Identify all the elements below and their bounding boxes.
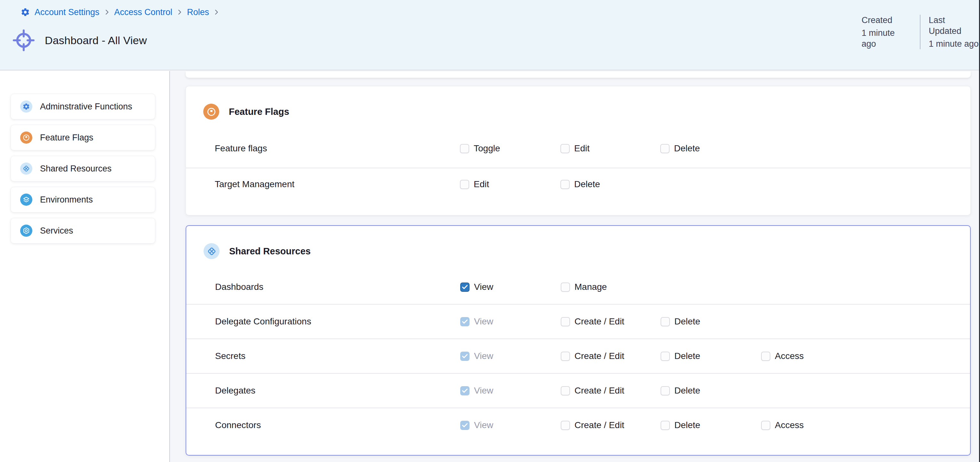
checkbox[interactable]: [660, 144, 670, 153]
checkbox[interactable]: [561, 352, 570, 361]
permission-dashboards-manage[interactable]: Manage: [561, 282, 607, 292]
created-meta: Created 1 minute ago: [862, 15, 921, 49]
breadcrumb-link-account-settings[interactable]: Account Settings: [35, 6, 100, 18]
permission-feature-flags-toggle[interactable]: Toggle: [460, 143, 500, 154]
sidebar-item-label: Feature Flags: [40, 133, 94, 143]
permission-secrets-create-edit[interactable]: Create / Edit: [561, 351, 624, 361]
resource-label: Feature flags: [215, 143, 267, 154]
layers-icon: [20, 194, 32, 206]
checkbox[interactable]: [660, 317, 670, 326]
breadcrumb-link-roles[interactable]: Roles: [187, 6, 209, 18]
created-value: 1 minute ago: [862, 27, 912, 49]
gear-icon: [20, 100, 32, 113]
permission-secrets-delete[interactable]: Delete: [660, 351, 700, 361]
resource-label: Dashboards: [215, 282, 263, 292]
checkbox[interactable]: [460, 180, 469, 189]
permission-delegates-view[interactable]: View: [460, 386, 493, 396]
resource-label: Target Management: [215, 179, 294, 189]
permission-label: Create / Edit: [574, 420, 624, 430]
checkbox[interactable]: [660, 421, 670, 430]
permission-delegate-configurations-view[interactable]: View: [460, 316, 493, 327]
checkbox[interactable]: [660, 386, 670, 395]
permission-feature-flags-edit[interactable]: Edit: [560, 143, 590, 154]
permission-row-delegates: DelegatesViewCreate / EditDelete: [186, 373, 970, 408]
permission-label: Create / Edit: [574, 316, 624, 327]
permission-secrets-view[interactable]: View: [460, 351, 493, 361]
checkbox[interactable]: [561, 421, 570, 430]
sidebar-item-adminstrative-functions[interactable]: Adminstrative Functions: [11, 94, 155, 119]
section-card-feature-flags: Feature FlagsFeature flagsToggleEditDele…: [186, 86, 971, 215]
permission-label: View: [474, 282, 493, 292]
permission-label: Create / Edit: [574, 386, 624, 396]
permission-rows: Feature flagsToggleEditDeleteTarget Mana…: [186, 129, 970, 200]
permission-label: Delete: [674, 143, 700, 154]
page-title: Dashboard - All View: [45, 34, 147, 47]
section-title: Shared Resources: [229, 246, 311, 257]
permission-label: View: [474, 420, 493, 430]
checkbox[interactable]: [561, 283, 570, 292]
permission-label: Delete: [675, 351, 700, 361]
permission-row-target-management: Target ManagementEditDelete: [186, 168, 970, 200]
checkbox-checked[interactable]: [460, 386, 469, 395]
checkbox[interactable]: [660, 352, 670, 361]
permission-label: Delete: [574, 179, 600, 189]
page-header: Account SettingsAccess ControlRoles Dash…: [0, 0, 980, 70]
permission-label: Delete: [675, 420, 700, 430]
checkbox[interactable]: [561, 386, 570, 395]
checkbox-checked[interactable]: [460, 283, 469, 292]
permission-label: Create / Edit: [574, 351, 624, 361]
permission-delegates-delete[interactable]: Delete: [660, 386, 700, 396]
permission-target-management-delete[interactable]: Delete: [560, 179, 600, 189]
permission-row-feature-flags: Feature flagsToggleEditDelete: [186, 129, 970, 168]
checkbox[interactable]: [561, 317, 570, 326]
sidebar-item-shared-resources[interactable]: Shared Resources: [11, 156, 155, 181]
permission-feature-flags-delete[interactable]: Delete: [660, 143, 700, 154]
chevron-right-icon: [103, 9, 110, 16]
permission-connectors-access[interactable]: Access: [761, 420, 803, 430]
sidebar-item-feature-flags[interactable]: Feature Flags: [11, 125, 155, 150]
scrolled-card-partial: [186, 71, 971, 78]
permission-delegate-configurations-delete[interactable]: Delete: [660, 316, 700, 327]
section-header: Feature Flags: [203, 104, 290, 120]
permission-rows: DashboardsViewManageDelegate Configurati…: [186, 270, 970, 442]
last-updated-meta: Last Updated 1 minute ago: [921, 15, 980, 49]
sidebar-item-environments[interactable]: Environments: [11, 187, 155, 213]
permission-label: Toggle: [474, 143, 500, 154]
last-updated-value: 1 minute ago: [929, 38, 980, 49]
permission-target-management-edit[interactable]: Edit: [460, 179, 489, 189]
resource-label: Delegate Configurations: [215, 316, 311, 327]
sidebar-item-label: Adminstrative Functions: [40, 102, 132, 112]
checkbox-checked[interactable]: [460, 352, 469, 361]
flag-icon: [20, 132, 32, 144]
permission-connectors-delete[interactable]: Delete: [660, 420, 700, 430]
section-header: Shared Resources: [204, 243, 311, 259]
checkbox-checked[interactable]: [460, 421, 469, 430]
checkbox[interactable]: [761, 421, 770, 430]
permission-secrets-access[interactable]: Access: [761, 351, 803, 361]
diamond-icon: [20, 162, 32, 175]
permission-delegates-create-edit[interactable]: Create / Edit: [561, 386, 624, 396]
section-card-shared-resources: Shared ResourcesDashboardsViewManageDele…: [186, 225, 971, 456]
permission-label: Edit: [574, 143, 590, 154]
permission-delegate-configurations-create-edit[interactable]: Create / Edit: [561, 316, 624, 327]
permission-connectors-create-edit[interactable]: Create / Edit: [561, 420, 624, 430]
sidebar-item-services[interactable]: Services: [11, 218, 155, 243]
checkbox[interactable]: [460, 144, 469, 153]
checkbox[interactable]: [761, 352, 770, 361]
permission-label: View: [474, 386, 493, 396]
sidebar-item-label: Services: [40, 226, 73, 236]
breadcrumb-link-access-control[interactable]: Access Control: [114, 6, 172, 18]
permission-dashboards-view[interactable]: View: [460, 282, 493, 292]
resource-group-sidebar: Adminstrative FunctionsFeature FlagsShar…: [0, 71, 170, 462]
checkbox[interactable]: [560, 144, 570, 153]
checkbox-checked[interactable]: [460, 317, 469, 326]
checkbox[interactable]: [560, 180, 570, 189]
breadcrumb: Account SettingsAccess ControlRoles: [21, 6, 220, 18]
permission-label: View: [474, 316, 493, 327]
permission-connectors-view[interactable]: View: [460, 420, 493, 430]
resource-label: Connectors: [215, 420, 261, 430]
permission-label: Delete: [675, 316, 700, 327]
hexagon-icon: [20, 225, 32, 237]
sidebar-item-label: Shared Resources: [40, 164, 112, 174]
created-label: Created: [862, 15, 912, 25]
